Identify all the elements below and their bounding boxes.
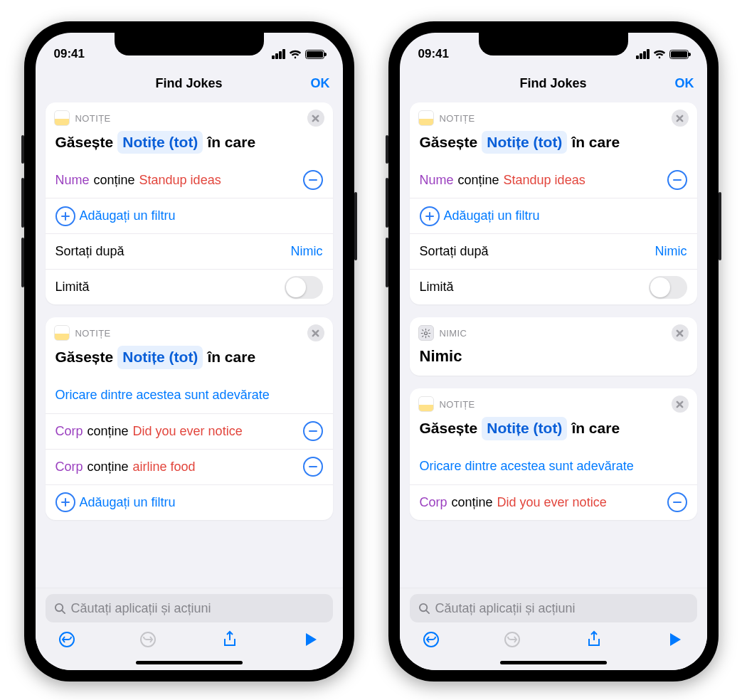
remove-filter-button[interactable] — [667, 492, 687, 512]
action-title[interactable]: Găsește Notițe (tot) în care — [46, 128, 333, 162]
notch — [479, 33, 628, 55]
remove-filter-button[interactable] — [303, 421, 323, 441]
cellular-icon — [636, 49, 650, 59]
plus-icon — [55, 492, 75, 512]
filter-key: Nume — [420, 173, 454, 188]
plus-icon — [55, 206, 75, 226]
done-button[interactable]: OK — [587, 76, 694, 91]
done-button[interactable]: OK — [223, 76, 330, 91]
action-card-nothing: NIMIC Nimic — [410, 317, 697, 376]
nav-bar: Find Jokes OK — [400, 67, 707, 100]
bottom-bar: Căutați aplicații și acțiuni — [400, 588, 707, 670]
filter-value: Standup ideas — [504, 173, 585, 188]
nav-bar: Find Jokes OK — [36, 67, 343, 100]
action-card-find-notes-2: NOTIȚE Găsește Notițe (tot) în care Oric… — [46, 317, 333, 519]
remove-action-button[interactable] — [307, 110, 324, 127]
filter-op: conține — [452, 495, 493, 510]
filter-row[interactable]: Corp conține airline food — [46, 449, 333, 484]
search-icon — [54, 603, 66, 615]
app-label: NOTIȚE — [75, 113, 111, 124]
redo-button[interactable] — [135, 627, 161, 652]
search-icon — [418, 603, 430, 615]
remove-filter-button[interactable] — [303, 170, 323, 190]
remove-action-button[interactable] — [672, 396, 689, 413]
add-filter-label: Adăugați un filtru — [80, 208, 176, 223]
run-button[interactable] — [662, 627, 688, 652]
phone-left: 09:41 Find Jokes OK NOTIȚE — [24, 21, 354, 682]
app-label: NOTIȚE — [440, 113, 475, 124]
notes-app-icon — [54, 325, 70, 341]
action-title[interactable]: Găsește Notițe (tot) în care — [46, 343, 333, 377]
add-filter-row[interactable]: Adăugați un filtru — [46, 484, 333, 520]
sort-value: Nimic — [291, 244, 323, 259]
undo-button[interactable] — [418, 627, 444, 652]
status-time: 09:41 — [418, 47, 449, 61]
share-button[interactable] — [217, 627, 243, 652]
battery-icon — [305, 50, 324, 59]
match-mode-row[interactable]: Oricare dintre acestea sunt adevărate — [46, 378, 333, 413]
match-mode-row[interactable]: Oricare dintre acestea sunt adevărate — [410, 449, 697, 484]
wifi-icon — [289, 50, 302, 59]
filter-op: conține — [88, 424, 129, 439]
remove-action-button[interactable] — [672, 324, 689, 341]
filter-op: conține — [94, 173, 135, 188]
undo-button[interactable] — [54, 627, 80, 652]
notes-scope-token[interactable]: Notițe (tot) — [117, 346, 203, 368]
editor-content: NOTIȚE Găsește Notițe (tot) în care Nume… — [36, 100, 343, 588]
notes-app-icon — [54, 110, 70, 126]
limit-row: Limită — [46, 269, 333, 304]
filter-row[interactable]: Nume conține Standup ideas — [410, 162, 697, 198]
remove-action-button[interactable] — [672, 110, 689, 127]
app-label: NIMIC — [440, 328, 467, 339]
phone-right: 09:41 Find Jokes OK NOTIȚE — [388, 21, 719, 682]
notes-scope-token[interactable]: Notițe (tot) — [482, 417, 567, 440]
action-card-find-notes-1: NOTIȚE Găsește Notițe (tot) în care Nume… — [46, 102, 333, 304]
filter-row[interactable]: Corp conține Did you ever notice — [46, 413, 333, 449]
svg-line-1 — [62, 610, 65, 613]
battery-icon — [669, 50, 689, 59]
notes-scope-token[interactable]: Notițe (tot) — [482, 131, 567, 154]
search-input[interactable]: Căutați aplicații și acțiuni — [46, 594, 333, 622]
app-label: NOTIȚE — [440, 399, 475, 410]
notes-scope-token[interactable]: Notițe (tot) — [117, 131, 203, 154]
nav-title: Find Jokes — [519, 76, 586, 91]
share-button[interactable] — [581, 627, 607, 652]
search-input[interactable]: Căutați aplicații și acțiuni — [410, 594, 697, 622]
add-filter-row[interactable]: Adăugați un filtru — [410, 198, 697, 233]
action-card-find-notes-1: NOTIȚE Găsește Notițe (tot) în care Nume… — [410, 102, 697, 304]
notes-app-icon — [418, 110, 434, 126]
home-indicator[interactable] — [136, 661, 243, 664]
limit-toggle[interactable] — [649, 276, 687, 299]
filter-value: Standup ideas — [139, 173, 221, 188]
remove-action-button[interactable] — [307, 324, 324, 341]
add-filter-label: Adăugați un filtru — [444, 208, 540, 223]
notch — [115, 33, 264, 55]
filter-row[interactable]: Nume conține Standup ideas — [46, 162, 333, 198]
remove-filter-button[interactable] — [303, 457, 323, 477]
limit-toggle[interactable] — [285, 276, 323, 299]
sort-by-row[interactable]: Sortați după Nimic — [46, 233, 333, 269]
limit-row: Limită — [410, 269, 697, 304]
home-indicator[interactable] — [500, 661, 607, 664]
editor-content: NOTIȚE Găsește Notițe (tot) în care Nume… — [400, 100, 707, 588]
wifi-icon — [653, 50, 666, 59]
action-title[interactable]: Găsește Notițe (tot) în care — [410, 414, 697, 448]
svg-line-6 — [426, 610, 429, 613]
add-filter-row[interactable]: Adăugați un filtru — [46, 198, 333, 233]
filter-value: Did you ever notice — [497, 495, 607, 510]
filter-key: Nume — [55, 173, 90, 188]
redo-button[interactable] — [499, 627, 525, 652]
filter-key: Corp — [55, 460, 83, 474]
search-placeholder: Căutați aplicații și acțiuni — [71, 601, 211, 616]
filter-row[interactable]: Corp conține Did you ever notice — [410, 484, 697, 520]
run-button[interactable] — [298, 627, 324, 652]
filter-op: conține — [458, 173, 499, 188]
filter-key: Corp — [55, 424, 83, 439]
gear-app-icon — [418, 325, 434, 341]
action-title[interactable]: Găsește Notițe (tot) în care — [410, 128, 697, 162]
filter-value: Did you ever notice — [133, 424, 243, 439]
filter-op: conține — [88, 460, 129, 474]
remove-filter-button[interactable] — [667, 170, 687, 190]
sort-by-row[interactable]: Sortați după Nimic — [410, 233, 697, 269]
cellular-icon — [272, 49, 285, 59]
